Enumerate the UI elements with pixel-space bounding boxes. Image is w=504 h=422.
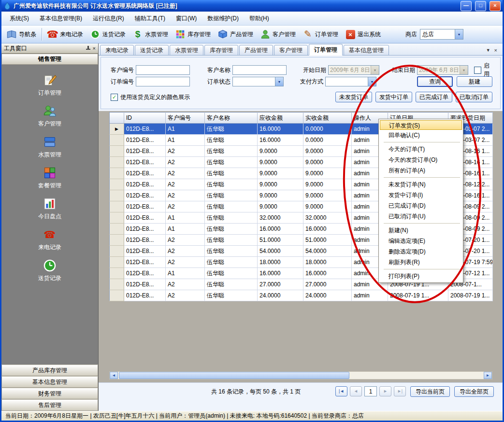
sidebar-item-daily-check[interactable]: 今日盘点 (1, 193, 98, 224)
context-menu-item[interactable]: 删除选定项(D) (380, 246, 462, 257)
sidebar-item-call-records[interactable]: ☎ 来电记录 (1, 224, 98, 255)
tab-8[interactable]: 基本信息管理 (344, 45, 389, 56)
status-filter-button[interactable]: 已取消订单 (456, 92, 492, 102)
start-date-picker[interactable]: 2009年 6月 8日 ▼ (328, 65, 379, 75)
menu-item[interactable]: 系统(S) (4, 12, 34, 25)
column-header[interactable]: 实收金额 (303, 113, 352, 124)
toolbar-button-customers[interactable]: 客户管理 (257, 28, 299, 41)
row-selector[interactable] (110, 246, 124, 257)
row-selector[interactable] (110, 290, 124, 301)
context-menu-item[interactable]: 今天的发货订单(O) (380, 155, 462, 165)
sidebar-group-product-inventory[interactable]: 产品库存管理 (1, 365, 98, 376)
export-all-pages-button[interactable]: 导出全部页 (454, 386, 494, 397)
menu-item[interactable]: 数据维护(D) (202, 12, 244, 25)
toolbar-button-call-records[interactable]: ☎ 来电记录 (44, 28, 86, 41)
page-nav-button[interactable]: ► (379, 386, 391, 396)
row-selector[interactable] (110, 235, 124, 246)
row-selector[interactable] (110, 168, 124, 179)
context-menu-item[interactable]: 回单确认(C) (380, 130, 462, 141)
row-selector[interactable] (110, 212, 124, 224)
menu-item[interactable]: 辅助工具(T) (130, 12, 171, 25)
row-selector[interactable] (110, 146, 124, 157)
title-bar[interactable]: 广州爱奇迪软件科技有限公司 订水送水管理系统网络版 [已注册] — □ × (1, 0, 503, 12)
context-menu-item[interactable]: 发货中订单(I) (380, 190, 462, 200)
tab-1[interactable]: 来电记录 (100, 45, 134, 56)
color-display-checkbox[interactable]: ✓ (111, 94, 118, 101)
tab-2[interactable]: 送货记录 (135, 45, 169, 56)
scrollbar-track[interactable] (118, 372, 484, 379)
sidebar-item-delivery-records[interactable]: 送货记录 (1, 255, 98, 286)
sidebar-item-packages[interactable]: 套餐管理 (1, 162, 98, 193)
enable-date-checkbox[interactable] (474, 67, 481, 74)
row-selector[interactable] (110, 157, 124, 168)
table-row[interactable]: 012D-E8...A2伍华聪24.000024.0000admin2008-0… (110, 290, 493, 301)
column-header[interactable]: ID (124, 113, 166, 124)
menu-item[interactable]: 运行信息(R) (87, 12, 130, 25)
chevron-down-icon[interactable]: ▼ (368, 77, 376, 86)
tab-3[interactable]: 水票管理 (170, 45, 203, 56)
toolbar-button-navigator[interactable]: 导航条 (3, 28, 40, 41)
sidebar-group-sales[interactable]: 销售管理 (1, 54, 98, 65)
page-number-input[interactable] (364, 386, 377, 396)
pin-icon[interactable] (86, 46, 91, 51)
row-selector[interactable] (110, 135, 124, 146)
context-menu-item[interactable]: 今天的订单(T) (380, 144, 462, 155)
toolbar-button-orders[interactable]: ✎ 订单管理 (299, 28, 342, 41)
chevron-down-icon[interactable]: ▼ (460, 66, 468, 74)
sidebar-group-basic-info[interactable]: 基本信息管理 (1, 376, 98, 388)
column-header[interactable]: 应收金额 (258, 113, 303, 124)
menu-item[interactable]: 窗口(W) (171, 12, 202, 25)
tab-6[interactable]: 客户管理 (274, 45, 308, 56)
toolbar-button-exit[interactable]: × 退出系统 (342, 28, 384, 41)
menu-item[interactable]: 基本信息管理(B) (34, 12, 87, 25)
order-no-input[interactable] (136, 77, 190, 86)
context-menu-item[interactable]: 已取消订单(U) (380, 211, 462, 222)
row-selector[interactable] (110, 279, 124, 290)
column-header[interactable]: 客户编号 (166, 113, 205, 124)
context-menu-item[interactable]: 打印列表(P) (380, 271, 462, 281)
minimize-button[interactable]: — (461, 1, 472, 11)
row-selector[interactable] (110, 224, 124, 235)
context-menu-item[interactable]: 订单发货(S) (380, 120, 462, 130)
end-date-picker[interactable]: 2009年 6月 8日 ▼ (417, 65, 468, 75)
close-icon[interactable]: × (494, 47, 497, 53)
query-button[interactable]: 查询 (417, 76, 453, 87)
context-menu-item[interactable]: 编辑选定项(E) (380, 236, 462, 246)
status-filter-button[interactable]: 发货中订单 (375, 92, 412, 102)
row-selector[interactable] (110, 268, 124, 279)
row-selector[interactable] (110, 179, 124, 190)
sidebar-group-after-sales[interactable]: 售后管理 (1, 399, 98, 411)
menu-item[interactable]: 帮助(H) (244, 12, 274, 25)
tab-5[interactable]: 产品管理 (239, 45, 273, 56)
pay-method-dropdown[interactable]: ▼ (325, 77, 376, 86)
maximize-button[interactable]: □ (475, 1, 486, 11)
tab-4[interactable]: 库存管理 (204, 45, 238, 56)
context-menu-item[interactable]: 刷新列表(R) (380, 257, 462, 267)
customer-name-input[interactable] (232, 65, 287, 75)
row-selector[interactable] (110, 190, 124, 201)
context-menu-item[interactable]: 新建(N) (380, 225, 462, 236)
context-menu-item[interactable]: 所有的订单(A) (380, 165, 462, 176)
chevron-down-icon[interactable]: ▼ (371, 66, 379, 74)
context-menu-item[interactable]: 已完成订单(D) (380, 200, 462, 211)
page-nav-button[interactable]: |◄ (335, 386, 347, 396)
customer-no-input[interactable] (136, 65, 190, 75)
status-filter-button[interactable]: 已完成订单 (416, 92, 452, 102)
order-status-dropdown[interactable]: ▼ (232, 77, 284, 86)
context-menu-item[interactable]: 未发货订单(N) (380, 179, 462, 190)
tab-7[interactable]: 订单管理 (309, 44, 343, 56)
toolbar-button-inventory[interactable]: 库存管理 (172, 28, 214, 41)
chevron-down-icon[interactable]: ▼ (275, 77, 283, 86)
row-selector[interactable] (110, 257, 124, 268)
row-selector[interactable]: ▶ (110, 124, 124, 135)
sidebar-item-customers[interactable]: 客户管理 (1, 100, 98, 131)
new-button[interactable]: 新建 (457, 76, 492, 87)
sidebar-item-water-tickets[interactable]: 水票管理 (1, 131, 98, 162)
status-filter-button[interactable]: 未发货订单 (335, 92, 372, 102)
close-button[interactable]: × (490, 1, 501, 11)
column-header[interactable]: 客户名称 (205, 113, 258, 124)
toolbar-button-delivery-records[interactable]: 送货记录 (86, 28, 129, 41)
chevron-down-icon[interactable]: ▼ (486, 48, 490, 53)
sidebar-group-finance[interactable]: 财务管理 (1, 388, 98, 399)
page-nav-button[interactable]: ►| (394, 386, 406, 396)
